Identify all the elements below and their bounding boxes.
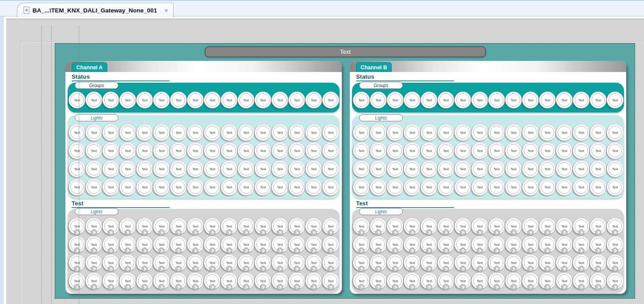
light-test-button[interactable]: Text [119, 272, 136, 289]
light-test-button[interactable]: Text [170, 218, 187, 235]
light-status-button[interactable]: Text [471, 124, 488, 141]
light-status-button[interactable]: Text [136, 160, 153, 177]
light-status-button[interactable]: Text [488, 142, 505, 159]
light-status-button[interactable]: Text [288, 160, 305, 177]
light-status-button[interactable]: Text [187, 124, 204, 141]
light-test-button[interactable]: Text [404, 254, 421, 271]
light-status-button[interactable]: Text [136, 142, 153, 159]
group-status-button[interactable]: Text [488, 92, 505, 108]
group-status-button[interactable]: Text [522, 92, 539, 108]
light-test-button[interactable]: Text [119, 254, 136, 271]
light-test-button[interactable]: Text [556, 218, 573, 235]
light-test-button[interactable]: Text [471, 218, 488, 235]
light-test-button[interactable]: Text [322, 254, 339, 271]
group-status-button[interactable]: Text [607, 92, 624, 108]
light-test-button[interactable]: Text [539, 272, 556, 289]
light-test-button[interactable]: Text [556, 272, 573, 289]
light-status-button[interactable]: Text [102, 160, 119, 177]
light-test-button[interactable]: Text [353, 272, 370, 289]
light-status-button[interactable]: Text [170, 160, 187, 177]
light-test-button[interactable]: Text [387, 254, 404, 271]
light-test-button[interactable]: Text [187, 236, 204, 253]
light-test-button[interactable]: Text [454, 236, 471, 253]
group-status-button[interactable]: Text [271, 92, 288, 108]
light-test-button[interactable]: Text [539, 218, 556, 235]
light-test-button[interactable]: Text [221, 218, 238, 235]
close-icon[interactable]: × [165, 8, 168, 13]
light-status-button[interactable]: Text [404, 160, 421, 177]
design-surface[interactable]: Text Channel AStatusGroupsTextTextTextTe… [55, 43, 635, 299]
group-status-button[interactable]: Text [370, 92, 387, 108]
light-status-button[interactable]: Text [505, 179, 522, 196]
light-test-button[interactable]: Text [69, 272, 85, 289]
light-test-button[interactable]: Text [387, 218, 404, 235]
light-status-button[interactable]: Text [607, 142, 624, 159]
light-status-button[interactable]: Text [421, 124, 437, 141]
light-test-button[interactable]: Text [404, 272, 421, 289]
light-status-button[interactable]: Text [255, 179, 271, 196]
light-status-button[interactable]: Text [305, 124, 322, 141]
light-status-button[interactable]: Text [590, 142, 607, 159]
light-test-button[interactable]: Text [102, 272, 119, 289]
light-test-button[interactable]: Text [539, 254, 556, 271]
light-test-button[interactable]: Text [136, 272, 153, 289]
light-test-button[interactable]: Text [305, 272, 322, 289]
light-test-button[interactable]: Text [238, 236, 255, 253]
light-status-button[interactable]: Text [204, 124, 221, 141]
light-status-button[interactable]: Text [573, 142, 590, 159]
light-test-button[interactable]: Text [102, 236, 119, 253]
light-test-button[interactable]: Text [488, 254, 505, 271]
light-status-button[interactable]: Text [153, 124, 170, 141]
light-status-button[interactable]: Text [607, 160, 624, 177]
light-test-button[interactable]: Text [421, 254, 437, 271]
light-test-button[interactable]: Text [505, 236, 522, 253]
light-status-button[interactable]: Text [136, 124, 153, 141]
light-test-button[interactable]: Text [170, 272, 187, 289]
light-test-button[interactable]: Text [204, 236, 221, 253]
light-status-button[interactable]: Text [69, 179, 85, 196]
light-status-button[interactable]: Text [387, 179, 404, 196]
light-status-button[interactable]: Text [221, 160, 238, 177]
light-status-button[interactable]: Text [488, 160, 505, 177]
light-test-button[interactable]: Text [187, 218, 204, 235]
light-test-button[interactable]: Text [556, 236, 573, 253]
light-test-button[interactable]: Text [136, 236, 153, 253]
light-status-button[interactable]: Text [590, 124, 607, 141]
group-status-button[interactable]: Text [404, 92, 421, 108]
group-status-button[interactable]: Text [119, 92, 136, 108]
light-test-button[interactable]: Text [573, 272, 590, 289]
light-status-button[interactable]: Text [404, 142, 421, 159]
group-status-button[interactable]: Text [221, 92, 238, 108]
light-status-button[interactable]: Text [454, 160, 471, 177]
light-status-button[interactable]: Text [353, 179, 370, 196]
group-status-button[interactable]: Text [204, 92, 221, 108]
light-test-button[interactable]: Text [305, 218, 322, 235]
light-test-button[interactable]: Text [221, 236, 238, 253]
light-status-button[interactable]: Text [353, 160, 370, 177]
light-status-button[interactable]: Text [488, 179, 505, 196]
light-test-button[interactable]: Text [288, 254, 305, 271]
group-status-button[interactable]: Text [556, 92, 573, 108]
light-status-button[interactable]: Text [387, 142, 404, 159]
light-test-button[interactable]: Text [102, 254, 119, 271]
light-test-button[interactable]: Text [505, 272, 522, 289]
light-test-button[interactable]: Text [370, 218, 387, 235]
light-test-button[interactable]: Text [539, 236, 556, 253]
light-test-button[interactable]: Text [271, 236, 288, 253]
group-status-button[interactable]: Text [322, 92, 339, 108]
light-test-button[interactable]: Text [387, 272, 404, 289]
light-test-button[interactable]: Text [488, 272, 505, 289]
light-test-button[interactable]: Text [607, 236, 624, 253]
light-status-button[interactable]: Text [305, 179, 322, 196]
light-status-button[interactable]: Text [421, 142, 437, 159]
light-test-button[interactable]: Text [119, 236, 136, 253]
light-test-button[interactable]: Text [573, 236, 590, 253]
light-status-button[interactable]: Text [607, 124, 624, 141]
light-status-button[interactable]: Text [437, 160, 454, 177]
group-status-button[interactable]: Text [288, 92, 305, 108]
group-status-button[interactable]: Text [238, 92, 255, 108]
light-status-button[interactable]: Text [85, 124, 102, 141]
light-test-button[interactable]: Text [505, 218, 522, 235]
light-status-button[interactable]: Text [221, 179, 238, 196]
group-status-button[interactable]: Text [102, 92, 119, 108]
